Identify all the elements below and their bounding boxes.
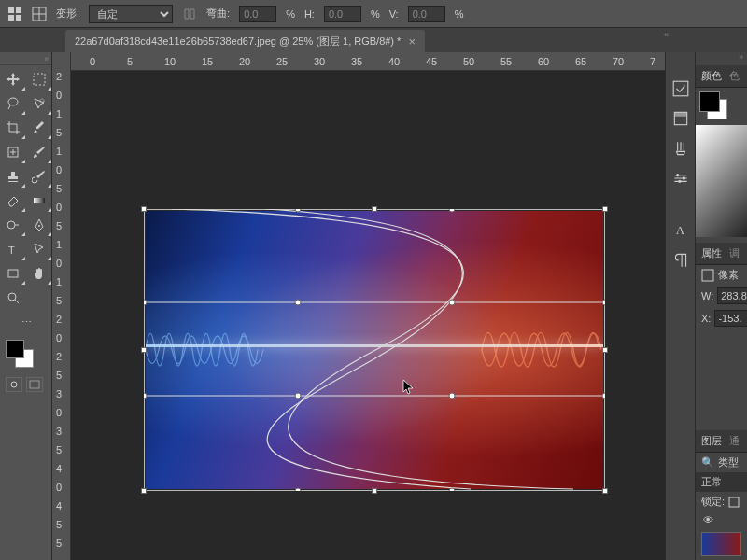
svg-point-7 (7, 221, 15, 229)
properties-tab[interactable]: 属性 (701, 246, 722, 260)
history-panel-icon[interactable] (671, 80, 690, 97)
visibility-icon[interactable]: 👁 (701, 514, 714, 525)
close-icon[interactable]: × (408, 35, 416, 49)
transform-label: 变形: (56, 7, 79, 21)
kind-filter[interactable]: 类型 (718, 455, 739, 469)
marquee-tool[interactable] (26, 67, 52, 91)
v-input[interactable]: 0.0 (408, 6, 445, 22)
actions-panel-icon[interactable] (671, 110, 690, 127)
color-tab[interactable]: 颜色 (701, 69, 722, 83)
history-brush-tool[interactable] (26, 164, 52, 189)
svg-point-8 (38, 225, 40, 227)
canvas-area: 20151050510152025303540455 0510152025303… (52, 52, 665, 560)
eraser-tool[interactable] (0, 189, 26, 213)
svg-point-33 (678, 180, 681, 183)
document-tab[interactable]: 22a67d0af318cd43e11e26b65738ed67.jpeg @ … (65, 30, 425, 52)
lasso-tool[interactable] (0, 91, 26, 116)
document-canvas[interactable] (146, 211, 603, 489)
lock-pixels-icon[interactable] (728, 497, 740, 508)
svg-point-12 (11, 382, 17, 387)
svg-rect-30 (674, 112, 686, 116)
pixels-label: 像素 (718, 268, 739, 282)
svg-rect-3 (34, 74, 45, 85)
options-bar: 变形: 自定 弯曲: 0.0 % H: 0.0 % V: 0.0 % (0, 0, 747, 28)
quick-mask-row (0, 377, 51, 396)
svg-point-11 (8, 293, 16, 301)
gradient-tool[interactable] (26, 189, 52, 213)
svg-rect-35 (729, 497, 739, 507)
brush-tool[interactable] (26, 140, 52, 164)
foreground-color[interactable] (6, 340, 24, 358)
h-input[interactable]: 0.0 (324, 6, 361, 22)
collapse-icon[interactable]: » (696, 52, 747, 65)
v-label: V: (389, 8, 399, 20)
dodge-tool[interactable] (0, 213, 26, 237)
right-panels: » 颜色色 属性调 像素 W: X: 图层通 🔍类型 正常 锁定: 👁 (695, 52, 747, 560)
path-select-tool[interactable] (26, 237, 52, 261)
move-tool[interactable] (0, 67, 26, 91)
x-label: X: (701, 313, 711, 324)
expand-panels-icon[interactable]: « (664, 30, 669, 39)
svg-rect-10 (8, 270, 18, 277)
svg-text:T: T (8, 245, 15, 256)
hand-tool[interactable] (26, 261, 52, 286)
w-label: W: (701, 290, 713, 301)
layer-thumbnail[interactable] (701, 532, 741, 556)
collapsed-panels: « A (665, 52, 695, 560)
document-tabs: 22a67d0af318cd43e11e26b65738ed67.jpeg @ … (0, 28, 747, 52)
svg-rect-13 (30, 381, 39, 388)
pen-tool[interactable] (26, 213, 52, 237)
h-label: H: (304, 8, 315, 20)
warp-split-icon[interactable] (32, 7, 47, 21)
svg-rect-28 (673, 81, 688, 96)
warp-mesh-icon[interactable] (7, 7, 22, 21)
layers-tab[interactable]: 图层 (701, 434, 722, 448)
svg-rect-34 (702, 270, 713, 281)
channels-tab[interactable]: 通 (729, 434, 740, 448)
stamp-tool[interactable] (0, 164, 26, 189)
x-input[interactable] (714, 310, 747, 327)
heal-tool[interactable] (0, 140, 26, 164)
vertical-ruler[interactable]: 20151050510152025303540455 (52, 52, 71, 560)
svg-rect-6 (34, 198, 45, 203)
warp-preset-select[interactable]: 自定 (89, 5, 173, 23)
bend-input[interactable]: 0.0 (239, 6, 276, 22)
screen-mode-icon[interactable] (26, 377, 43, 392)
eyedropper-tool[interactable] (26, 116, 52, 140)
quick-mask-icon[interactable] (6, 377, 22, 392)
bend-label: 弯曲: (206, 7, 230, 21)
svg-point-32 (682, 176, 684, 179)
brushes-panel-icon[interactable] (671, 140, 690, 157)
type-tool[interactable]: T (0, 237, 26, 261)
zoom-tool[interactable] (0, 286, 26, 310)
quick-select-tool[interactable] (26, 91, 52, 116)
character-panel-icon[interactable]: A (671, 222, 690, 239)
expand-tools-icon[interactable]: » (0, 52, 51, 65)
edit-toolbar[interactable]: ⋯ (0, 310, 52, 334)
color-panel-wells[interactable] (696, 88, 747, 125)
color-wells[interactable] (0, 334, 51, 377)
lock-label: 锁定: (701, 495, 725, 509)
blend-mode[interactable]: 正常 (701, 475, 722, 489)
tools-panel: » T ⋯ (0, 52, 52, 560)
tab-title: 22a67d0af318cd43e11e26b65738ed67.jpeg @ … (75, 35, 401, 49)
horizontal-ruler[interactable]: 05101520253035404550556065707 (71, 52, 665, 71)
layer-row[interactable]: 👁 (696, 511, 747, 528)
search-icon[interactable]: 🔍 (701, 456, 714, 469)
orientation-icon[interactable] (182, 7, 197, 21)
brush-settings-icon[interactable] (671, 170, 690, 187)
rectangle-tool[interactable] (0, 261, 26, 286)
svg-point-31 (676, 174, 679, 176)
pixel-layer-icon (701, 269, 714, 282)
adjust-tab[interactable]: 调 (729, 246, 740, 260)
swatches-tab[interactable]: 色 (729, 69, 740, 83)
color-picker-area[interactable] (696, 125, 747, 237)
width-input[interactable] (717, 287, 747, 304)
crop-tool[interactable] (0, 116, 26, 140)
paragraph-panel-icon[interactable] (671, 252, 690, 269)
